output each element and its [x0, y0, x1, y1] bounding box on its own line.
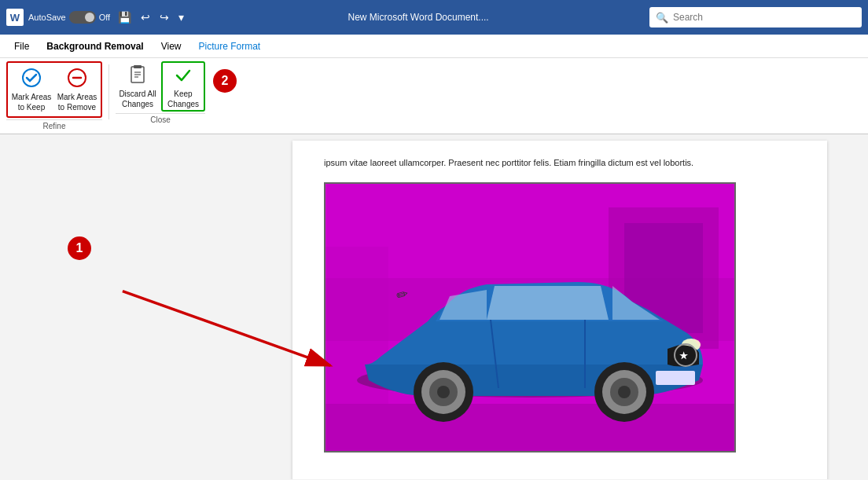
menu-picture-format[interactable]: Picture Format: [191, 38, 269, 55]
keep-changes-icon: [171, 64, 196, 86]
close-buttons: Discard All Changes Keep Changes: [116, 61, 205, 112]
ribbon: Mark Areas to Keep Mark Areas to Remove …: [0, 58, 868, 134]
mark-remove-button[interactable]: Mark Areas to Remove: [55, 64, 99, 115]
refine-box: Mark Areas to Keep Mark Areas to Remove: [6, 61, 102, 118]
mark-keep-icon: [19, 67, 44, 89]
discard-icon: [125, 64, 150, 86]
search-input[interactable]: [673, 12, 846, 23]
doc-title: New Microsoft Word Document....: [192, 12, 645, 23]
search-bar[interactable]: 🔍: [649, 7, 862, 27]
svg-point-0: [23, 69, 40, 86]
svg-point-24: [618, 386, 631, 398]
mark-remove-icon: [64, 67, 90, 89]
menu-background-removal[interactable]: Background Removal: [39, 38, 151, 55]
mark-keep-button[interactable]: Mark Areas to Keep: [9, 64, 53, 115]
title-bar: W AutoSave Off 💾 ↩ ↪ ▾ New Microsoft Wor…: [0, 0, 868, 35]
image-container[interactable]: ★ ✏: [324, 182, 736, 453]
keep-changes-label: Keep Changes: [164, 89, 202, 109]
mark-remove-label: Mark Areas to Remove: [57, 92, 97, 112]
titlebar-icons: 💾 ↩ ↪ ▾: [115, 9, 187, 25]
svg-point-20: [437, 386, 450, 398]
ribbon-group-close: Discard All Changes Keep Changes Close: [116, 61, 205, 127]
car-svg: ★: [333, 207, 726, 443]
search-icon: 🔍: [656, 12, 668, 24]
ribbon-group-refine: Mark Areas to Keep Mark Areas to Remove …: [6, 61, 102, 134]
menu-view[interactable]: View: [153, 38, 189, 55]
badge-1: 1: [68, 236, 91, 260]
more-icon[interactable]: ▾: [175, 9, 187, 25]
right-panel: ipsum vitae laoreet ullamcorper. Praesen…: [252, 134, 868, 479]
car-image: ★ ✏: [326, 184, 734, 451]
refine-group-label: Refine: [6, 119, 102, 134]
mark-keep-label: Mark Areas to Keep: [11, 92, 52, 112]
discard-label: Discard All Changes: [117, 89, 158, 109]
save-icon[interactable]: 💾: [115, 9, 134, 25]
autosave-label: AutoSave: [28, 13, 66, 22]
doc-text-1: ipsum vitae laoreet ullamcorper. Praesen…: [324, 156, 796, 170]
refine-buttons: Mark Areas to Keep Mark Areas to Remove: [9, 64, 99, 115]
svg-rect-4: [134, 65, 142, 68]
word-logo: W: [6, 9, 24, 26]
ribbon-separator-1: [108, 64, 109, 119]
autosave-area: AutoSave Off: [28, 11, 110, 24]
discard-changes-button[interactable]: Discard All Changes: [116, 61, 160, 112]
keep-changes-button[interactable]: Keep Changes: [161, 61, 205, 112]
svg-rect-29: [656, 371, 695, 385]
left-panel: 1: [0, 134, 252, 479]
undo-icon[interactable]: ↩: [138, 9, 153, 25]
doc-page: ipsum vitae laoreet ullamcorper. Praesen…: [292, 141, 827, 479]
badge-2: 2: [213, 69, 237, 93]
svg-text:★: ★: [679, 350, 688, 361]
content-area: 1 ipsum vitae laoreet ullamcorper. Praes…: [0, 134, 868, 479]
close-group-label: Close: [116, 113, 205, 127]
redo-icon[interactable]: ↪: [156, 9, 172, 25]
toggle-state: Off: [99, 13, 110, 22]
menu-file[interactable]: File: [6, 38, 37, 55]
menu-bar: File Background Removal View Picture For…: [0, 35, 868, 58]
autosave-toggle[interactable]: [69, 11, 96, 24]
toggle-knob: [85, 13, 94, 22]
